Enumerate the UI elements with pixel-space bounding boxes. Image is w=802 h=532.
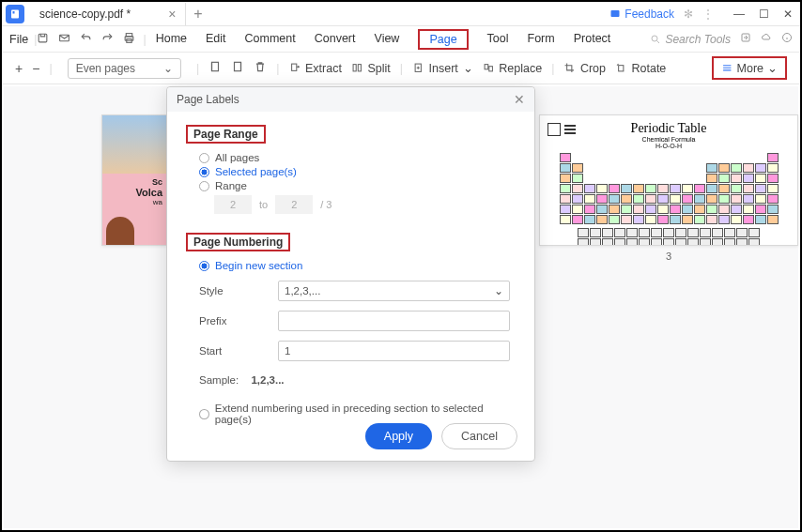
page-filter-value: Even pages — [76, 62, 135, 75]
svg-rect-11 — [212, 62, 219, 70]
search-tools[interactable]: Search Tools — [650, 33, 731, 46]
cloud-icon[interactable] — [761, 32, 772, 46]
print-icon[interactable] — [123, 32, 135, 47]
close-icon[interactable]: ✕ — [779, 8, 796, 21]
menu-form[interactable]: Form — [528, 29, 555, 50]
menu-comment[interactable]: Comment — [245, 29, 296, 50]
chevron-down-icon: ⌄ — [494, 284, 503, 297]
start-input[interactable]: 1 — [278, 341, 510, 361]
extract-button[interactable]: Extract — [289, 62, 342, 75]
info-icon[interactable] — [781, 32, 793, 46]
page-filter-dropdown[interactable]: Even pages ⌄ — [68, 58, 181, 79]
cancel-label: Cancel — [461, 430, 498, 443]
app-icon — [6, 5, 24, 23]
start-value: 1 — [285, 345, 290, 357]
page-labels-dialog: Page Labels ✕ Page Range All pages Selec… — [166, 86, 535, 462]
insert-label: Insert — [429, 62, 458, 75]
rotate-button[interactable]: Rotate — [615, 62, 666, 75]
feedback-button[interactable]: Feedback — [609, 8, 674, 21]
periodic-title: Periodic Table — [546, 121, 792, 136]
maximize-icon[interactable]: ☐ — [755, 8, 772, 21]
menu-page[interactable]: Page — [418, 29, 468, 50]
tab-add-icon[interactable]: + — [193, 6, 202, 23]
start-label: Start — [199, 345, 278, 357]
menu-convert[interactable]: Convert — [315, 29, 356, 50]
settings-icon[interactable]: ✻ — [684, 8, 693, 21]
dialog-title: Page Labels — [177, 93, 239, 106]
menu-view[interactable]: View — [375, 29, 400, 50]
tab-title: science-copy.pdf * — [39, 8, 131, 21]
page-canvas: Sc Volca wa Periodic Table Chemical Form… — [4, 86, 798, 528]
zoom-in-icon[interactable]: + — [15, 61, 23, 76]
radio-icon — [199, 167, 209, 177]
thumb-text: Sc — [106, 177, 162, 187]
mail-icon[interactable] — [58, 32, 70, 47]
style-value: 1,2,3,... — [285, 285, 320, 296]
delete-icon[interactable] — [254, 60, 267, 76]
svg-rect-15 — [358, 65, 361, 71]
range-to-input[interactable]: 2 — [275, 195, 313, 214]
radio-label: Begin new section — [215, 260, 302, 271]
dialog-close-icon[interactable]: ✕ — [514, 92, 525, 107]
radio-extend-numbering[interactable]: Extend numbering used in preceding secti… — [199, 403, 516, 425]
split-button[interactable]: Split — [351, 62, 391, 75]
page-thumbnail-2[interactable]: Sc Volca wa — [101, 114, 167, 246]
sample-value: 1,2,3... — [251, 374, 284, 386]
save-icon[interactable] — [37, 32, 49, 47]
page-thumbnail-3[interactable]: Periodic Table Chemical Formula H-O-O-H — [539, 114, 798, 246]
share-icon[interactable] — [740, 32, 751, 46]
crop-button[interactable]: Crop — [563, 62, 606, 75]
thumb-text: wa — [106, 198, 162, 206]
replace-label: Replace — [499, 62, 542, 75]
more-button[interactable]: More ⌄ — [712, 56, 787, 80]
crop-label: Crop — [580, 62, 606, 75]
page-left-icon[interactable] — [208, 60, 222, 76]
kebab-icon[interactable]: ⋮ — [702, 8, 714, 21]
range-to-label: to — [259, 199, 268, 210]
tab-close-icon[interactable]: × — [168, 7, 176, 22]
apply-button[interactable]: Apply — [365, 423, 432, 449]
menu-home[interactable]: Home — [156, 29, 187, 50]
radio-icon — [199, 153, 209, 163]
radio-icon — [199, 261, 209, 271]
cancel-button[interactable]: Cancel — [441, 423, 517, 449]
dialog-titlebar[interactable]: Page Labels ✕ — [167, 87, 534, 112]
radio-icon — [199, 409, 209, 419]
radio-label: Range — [215, 180, 247, 191]
prefix-input[interactable] — [278, 311, 510, 331]
style-label: Style — [199, 285, 278, 296]
page-right-icon[interactable] — [231, 60, 244, 76]
style-select[interactable]: 1,2,3,... ⌄ — [278, 281, 510, 301]
radio-begin-section[interactable]: Begin new section — [199, 260, 516, 271]
periodic-grid — [546, 153, 792, 246]
document-tab[interactable]: science-copy.pdf * × — [30, 3, 186, 25]
page-toolbar: + − | Even pages ⌄ | | Extract Split | I… — [2, 53, 800, 84]
menu-edit[interactable]: Edit — [206, 29, 226, 50]
insert-button[interactable]: Insert ⌄ — [412, 61, 473, 75]
radio-all-pages[interactable]: All pages — [199, 152, 516, 163]
svg-rect-18 — [489, 67, 493, 71]
replace-button[interactable]: Replace — [483, 62, 542, 75]
radio-label: All pages — [215, 152, 259, 163]
radio-range[interactable]: Range — [199, 180, 516, 191]
sample-label: Sample: — [199, 374, 239, 386]
page-number-label: 3 — [539, 251, 798, 262]
svg-rect-19 — [619, 66, 624, 71]
range-from-input[interactable]: 2 — [214, 195, 252, 214]
periodic-sub: Chemical Formula — [546, 136, 792, 143]
zoom-out-icon[interactable]: − — [32, 61, 39, 76]
undo-icon[interactable] — [80, 32, 92, 47]
svg-rect-1 — [13, 11, 15, 14]
radio-icon — [199, 181, 209, 191]
file-menu[interactable]: File — [9, 33, 28, 46]
menu-protect[interactable]: Protect — [574, 29, 611, 50]
minimize-icon[interactable]: — — [731, 8, 748, 21]
radio-selected-pages[interactable]: Selected page(s) — [199, 166, 516, 177]
redo-icon[interactable] — [101, 32, 114, 47]
chevron-down-icon: ⌄ — [463, 61, 473, 75]
svg-rect-0 — [11, 9, 19, 18]
apply-label: Apply — [384, 430, 413, 443]
menu-tool[interactable]: Tool — [487, 29, 509, 50]
svg-rect-13 — [291, 64, 296, 70]
more-label: More — [737, 62, 763, 75]
